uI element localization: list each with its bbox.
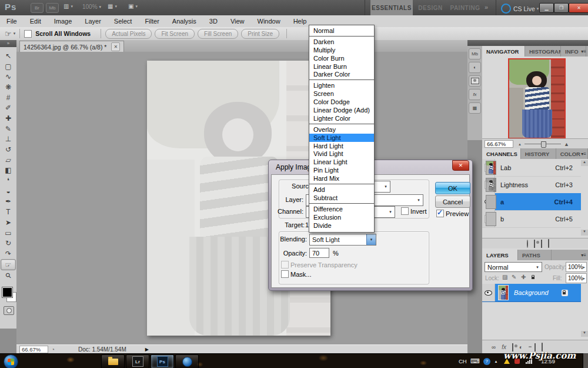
blend-option-lighter-color[interactable]: Lighter Color — [309, 114, 374, 122]
pen-tool[interactable]: ✒ — [1, 197, 15, 207]
add-layer-mask-icon[interactable] — [512, 344, 513, 351]
tab-channels[interactable]: CHANNELS — [482, 148, 521, 159]
workspace-tab-essentials[interactable]: ESSENTIALS — [370, 0, 413, 15]
workspace-overflow-button[interactable]: » — [485, 4, 488, 11]
blend-option-hard-light[interactable]: Hard Light — [309, 142, 374, 150]
delete-layer-icon[interactable] — [542, 344, 543, 351]
show-desktop-button[interactable] — [583, 353, 588, 368]
styles-panel-button[interactable]: fx — [469, 89, 481, 100]
blur-tool[interactable]: ❛ — [1, 175, 15, 186]
menu-analysis[interactable]: Analysis — [166, 18, 203, 25]
blend-option-overlay[interactable]: Overlay — [309, 125, 374, 134]
tab-navigator[interactable]: NAVIGATOR — [482, 46, 525, 57]
opacity-input[interactable] — [309, 248, 329, 258]
lock-move-icon[interactable]: ✚ — [521, 274, 526, 280]
blend-option-screen[interactable]: Screen — [309, 89, 374, 98]
mini-bridge-panel-button[interactable]: Mb — [469, 48, 481, 59]
slider-thumb[interactable] — [541, 141, 546, 148]
clone-stamp-tool[interactable]: ⊥ — [1, 134, 15, 145]
menu-file[interactable]: File — [0, 18, 24, 25]
blend-option-difference[interactable]: Difference — [309, 205, 374, 213]
tab-layers[interactable]: LAYERS — [482, 250, 518, 260]
zoom-out-icon[interactable]: ▲ — [518, 142, 522, 146]
rotate-view-tool[interactable]: ↻ — [1, 238, 15, 248]
crop-tool[interactable]: # — [1, 92, 15, 103]
actual-pixels-button[interactable]: Actual Pixels — [105, 29, 152, 39]
blend-option-add[interactable]: Add — [309, 185, 374, 194]
layer-opacity-field[interactable]: 100% ▸ — [566, 262, 587, 272]
blend-option-multiply[interactable]: Multiply — [309, 46, 374, 54]
taskbar-lightroom-button[interactable]: Lr — [126, 354, 149, 368]
mini-bridge-button[interactable]: Mb — [46, 3, 59, 13]
invert-checkbox[interactable] — [401, 207, 409, 215]
document-tab[interactable]: 14256364.jpg @ 66.7% (a/8) * ✕ — [19, 41, 124, 52]
bridge-button[interactable]: Br — [31, 3, 44, 13]
blend-option-darker-color[interactable]: Darker Color — [309, 70, 374, 78]
menu-image[interactable]: Image — [48, 18, 79, 25]
3d-rotate-tool[interactable]: ↷ — [1, 248, 15, 259]
scroll-all-windows-checkbox[interactable] — [24, 30, 32, 38]
layer-blend-mode-select[interactable]: Normal ▾ — [485, 262, 542, 272]
channel-row-a[interactable]: a Ctrl+4 — [482, 193, 581, 211]
keyboard-icon[interactable]: ⌨ — [470, 357, 480, 365]
marquee-tool[interactable]: ▢ — [1, 61, 15, 72]
cancel-button[interactable]: Cancel — [435, 195, 470, 208]
brush-tool[interactable]: ✎ — [1, 124, 15, 134]
blend-option-color-dodge[interactable]: Color Dodge — [309, 98, 374, 106]
blend-option-lighten[interactable]: Lighten — [309, 81, 374, 89]
ok-button[interactable]: OK — [435, 182, 470, 194]
tab-history[interactable]: HISTORY — [521, 148, 556, 159]
blend-option-normal[interactable]: Normal — [309, 26, 374, 35]
taskbar-media-app-button[interactable] — [175, 354, 199, 368]
layout-picker-button[interactable]: ▥ ▾ — [64, 3, 73, 9]
blend-option-hard-mix[interactable]: Hard Mix — [309, 174, 374, 183]
print-size-button[interactable]: Print Size — [241, 29, 279, 39]
scroll-down-icon[interactable]: ▼ — [581, 331, 588, 337]
tab-paths[interactable]: PATHS — [518, 250, 552, 260]
layer-fill-field[interactable]: 100% ▸ — [566, 273, 587, 283]
language-indicator[interactable]: CH — [459, 358, 467, 364]
panel-menu-icon[interactable]: ▾≡ — [581, 253, 586, 258]
panel-menu-icon[interactable]: ▾≡ — [581, 49, 586, 54]
mask-checkbox[interactable] — [281, 270, 289, 278]
blend-option-divide[interactable]: Divide — [309, 221, 374, 230]
adjustments-panel-button[interactable]: ◐ — [469, 62, 481, 73]
navigator-zoom-field[interactable]: 66.67% — [485, 140, 513, 148]
path-selection-tool[interactable]: ➤ — [1, 217, 15, 228]
hand-tool[interactable]: ☞ — [1, 259, 16, 271]
cs-live-button[interactable]: CS Live ▾ — [501, 4, 539, 14]
character-panel-button[interactable]: ▦ — [469, 102, 481, 114]
layer-row-background[interactable]: Background — [482, 284, 581, 302]
status-flyout-icon[interactable]: ▶ — [145, 347, 149, 352]
tab-histogram[interactable]: HISTOGRAM — [525, 46, 561, 57]
scroll-up-icon[interactable]: ▲ — [581, 160, 588, 166]
menu-3d[interactable]: 3D — [203, 18, 224, 25]
help-tray-icon[interactable]: ? — [483, 358, 490, 365]
minimize-button[interactable]: ▁ — [539, 3, 554, 13]
zoom-in-icon[interactable]: ▲ — [564, 141, 569, 147]
lasso-tool[interactable]: ∿ — [1, 71, 15, 82]
layer-style-icon[interactable]: fx — [502, 344, 506, 350]
menu-edit[interactable]: Edit — [24, 18, 48, 25]
quick-selection-tool[interactable]: ❋ — [1, 82, 15, 92]
lock-paint-icon[interactable]: ✎ — [512, 274, 516, 280]
blend-option-vivid-light[interactable]: Vivid Light — [309, 150, 374, 158]
shape-tool[interactable]: ▭ — [1, 228, 15, 238]
menu-window[interactable]: Window — [251, 18, 287, 25]
eraser-tool[interactable]: ▱ — [1, 155, 15, 165]
eyedropper-tool[interactable]: ✐ — [1, 102, 15, 113]
panel-menu-icon[interactable]: ▾≡ — [581, 151, 586, 157]
dodge-tool[interactable]: ◒ — [1, 186, 15, 197]
view-extras-button[interactable]: ▦ ▾ — [108, 3, 117, 9]
taskbar-photoshop-button[interactable]: Ps — [151, 354, 174, 368]
start-button[interactable] — [4, 354, 18, 368]
healing-brush-tool[interactable]: ✚ — [1, 113, 15, 124]
foreground-color-swatch[interactable] — [2, 287, 12, 297]
blend-option-linear-burn[interactable]: Linear Burn — [309, 62, 374, 71]
restore-button[interactable]: ❐ — [554, 3, 569, 13]
workspace-tab-painting[interactable]: PAINTING — [447, 0, 483, 15]
document-close-icon[interactable]: ✕ — [111, 42, 120, 51]
blend-option-exclusion[interactable]: Exclusion — [309, 213, 374, 221]
tool-panel-collapse-button[interactable]: » — [0, 40, 16, 47]
new-channel-icon[interactable] — [541, 240, 542, 247]
